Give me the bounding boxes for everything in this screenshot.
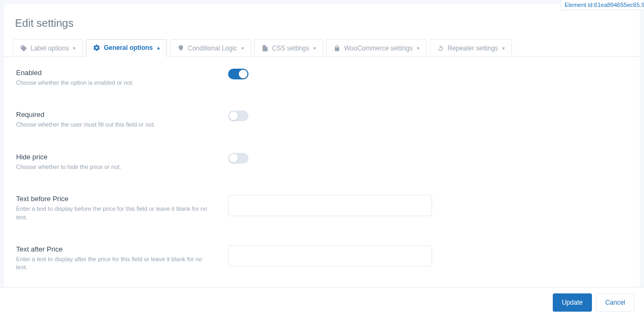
field-enabled: Enabled Choose whether the option is ena… — [16, 69, 628, 87]
tab-css-settings[interactable]: CSS settings ▾ — [254, 39, 323, 56]
gear-icon — [93, 44, 100, 51]
field-description: Enter a text to display after the price … — [16, 255, 212, 272]
tab-general-options[interactable]: General options ▴ — [86, 39, 166, 57]
field-required: Required Choose whether the user must fi… — [16, 110, 628, 129]
tab-conditional-logic[interactable]: Conditional Logic ▾ — [170, 39, 251, 56]
text-before-price-input[interactable] — [228, 195, 432, 216]
field-hide-price: Hide price Choose whether to hide the pr… — [16, 153, 628, 171]
chevron-down-icon: ▾ — [241, 46, 244, 51]
tab-label: CSS settings — [272, 45, 309, 52]
enabled-toggle[interactable] — [228, 69, 248, 79]
chevron-down-icon: ▾ — [313, 46, 316, 51]
page-title: Edit settings — [4, 4, 640, 39]
field-title: Text before Price — [16, 195, 212, 203]
update-button[interactable]: Update — [553, 293, 592, 312]
tag-icon — [20, 45, 27, 52]
field-text-after-price: Text after Price Enter a text to display… — [16, 245, 628, 272]
settings-panel: Edit settings Label options ▾ General op… — [4, 4, 640, 317]
chevron-down-icon: ▾ — [73, 46, 76, 51]
chevron-down-icon: ▾ — [502, 46, 505, 51]
tab-label: General options — [104, 44, 152, 51]
chevron-down-icon: ▾ — [417, 46, 420, 51]
field-description: Choose whether to hide the price or not. — [16, 163, 212, 171]
field-title: Required — [16, 110, 212, 119]
tab-woocommerce-settings[interactable]: WooCommerce settings ▾ — [326, 39, 427, 56]
field-title: Enabled — [16, 69, 212, 77]
settings-content: Enabled Choose whether the option is ena… — [4, 57, 640, 317]
chevron-up-icon: ▴ — [157, 45, 160, 50]
field-description: Enter a text to display before the price… — [16, 205, 212, 222]
field-title: Text after Price — [16, 245, 212, 253]
field-text-before-price: Text before Price Enter a text to displa… — [16, 195, 628, 222]
lock-icon — [333, 45, 341, 52]
text-after-price-input[interactable] — [228, 245, 432, 267]
field-description: Choose whether the option is enabled or … — [16, 79, 212, 87]
tab-label: Conditional Logic — [188, 45, 237, 52]
field-title: Hide price — [16, 153, 212, 161]
tab-label: Label options — [31, 45, 69, 52]
footer-actions: Update Cancel — [0, 287, 644, 317]
tabs-bar: Label options ▾ General options ▴ Condit… — [4, 39, 640, 57]
cancel-button[interactable]: Cancel — [596, 293, 634, 312]
file-icon — [261, 45, 269, 52]
hide-price-toggle[interactable] — [228, 153, 248, 164]
tab-label: WooCommerce settings — [344, 45, 413, 52]
tab-label-options[interactable]: Label options ▾ — [13, 39, 83, 56]
lightbulb-icon — [177, 45, 185, 52]
repeat-icon — [437, 45, 444, 52]
required-toggle[interactable] — [228, 110, 248, 121]
debug-element-id-badge: Element id:61ea894655ec65.93531669 — [561, 0, 644, 10]
field-description: Choose whether the user must fill out th… — [16, 121, 212, 129]
tab-repeater-settings[interactable]: Repeater settings ▾ — [430, 39, 512, 56]
tab-label: Repeater settings — [448, 45, 498, 52]
